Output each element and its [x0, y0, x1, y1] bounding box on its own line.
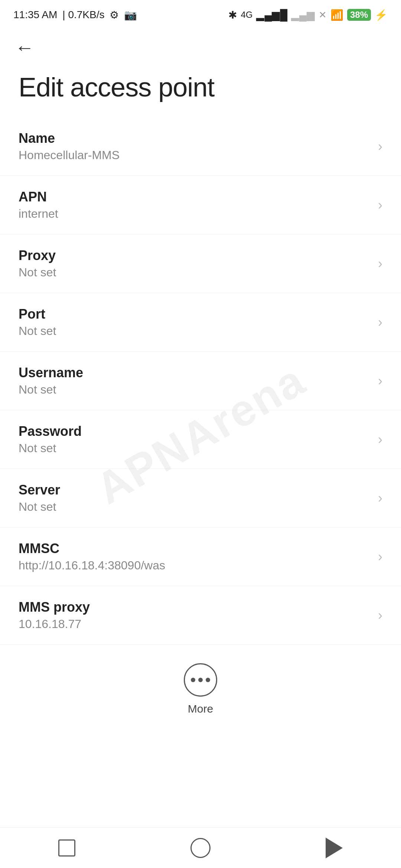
- chevron-right-icon: ›: [378, 549, 382, 565]
- settings-item-name[interactable]: Name Homecellular-MMS ›: [0, 117, 401, 176]
- settings-item-value-3: Not set: [19, 324, 371, 338]
- settings-item-content: Port Not set: [19, 306, 371, 338]
- settings-item-value-4: Not set: [19, 383, 371, 397]
- dot-3: [206, 678, 210, 682]
- settings-item-label-1: APN: [19, 189, 371, 205]
- speed-display: | 0.7KB/s: [62, 9, 104, 21]
- chevron-right-icon: ›: [378, 139, 382, 154]
- status-right: ✱ 4G ▂▄▆█ ▂▄▆ ✕ 📶 38% ⚡: [228, 9, 388, 21]
- settings-item-content: APN internet: [19, 189, 371, 221]
- settings-item-label-5: Password: [19, 424, 371, 439]
- settings-item-apn[interactable]: APN internet ›: [0, 176, 401, 234]
- recent-apps-icon: [58, 839, 75, 857]
- settings-item-mms-proxy[interactable]: MMS proxy 10.16.18.77 ›: [0, 586, 401, 645]
- settings-item-server[interactable]: Server Not set ›: [0, 469, 401, 527]
- back-area: ←: [0, 27, 401, 65]
- settings-item-value-5: Not set: [19, 441, 371, 455]
- settings-item-port[interactable]: Port Not set ›: [0, 293, 401, 352]
- back-nav-icon: [326, 838, 343, 858]
- signal-cross-icon: ✕: [319, 9, 327, 21]
- settings-item-value-8: 10.16.18.77: [19, 617, 371, 631]
- time-display: 11:35 AM: [13, 9, 57, 21]
- gear-icon: ⚙: [110, 9, 119, 21]
- signal-bars-icon: ▂▄▆█: [256, 9, 287, 21]
- chevron-right-icon: ›: [378, 315, 382, 330]
- more-area: More: [0, 645, 401, 730]
- settings-item-content: MMS proxy 10.16.18.77: [19, 599, 371, 631]
- more-label: More: [188, 703, 213, 715]
- more-button[interactable]: More: [169, 660, 232, 719]
- settings-item-label-8: MMS proxy: [19, 599, 371, 615]
- settings-item-label-2: Proxy: [19, 248, 371, 263]
- chevron-right-icon: ›: [378, 197, 382, 213]
- bolt-icon: ⚡: [375, 9, 388, 21]
- settings-item-label-3: Port: [19, 306, 371, 322]
- more-dots-icon: [191, 678, 210, 682]
- bluetooth-icon: ✱: [228, 9, 237, 21]
- settings-item-content: Password Not set: [19, 424, 371, 455]
- settings-item-value-0: Homecellular-MMS: [19, 148, 371, 162]
- settings-list: Name Homecellular-MMS › APN internet › P…: [0, 117, 401, 645]
- settings-item-content: Name Homecellular-MMS: [19, 131, 371, 162]
- chevron-right-icon: ›: [378, 490, 382, 506]
- dot-1: [191, 678, 195, 682]
- settings-item-value-7: http://10.16.18.4:38090/was: [19, 559, 371, 572]
- settings-item-label-0: Name: [19, 131, 371, 146]
- settings-item-content: Server Not set: [19, 482, 371, 514]
- status-bar: 11:35 AM | 0.7KB/s ⚙ 📷 ✱ 4G ▂▄▆█ ▂▄▆ ✕ 📶…: [0, 0, 401, 27]
- battery-icon: 38%: [347, 9, 371, 21]
- settings-item-value-6: Not set: [19, 500, 371, 514]
- settings-item-proxy[interactable]: Proxy Not set ›: [0, 234, 401, 293]
- settings-item-content: Username Not set: [19, 365, 371, 397]
- chevron-right-icon: ›: [378, 256, 382, 272]
- signal-4g-icon: 4G: [241, 10, 252, 20]
- recent-apps-button[interactable]: [45, 833, 89, 863]
- back-nav-button[interactable]: [312, 833, 356, 863]
- settings-item-label-6: Server: [19, 482, 371, 498]
- home-icon: [190, 838, 211, 858]
- bottom-nav: [0, 827, 401, 868]
- settings-item-password[interactable]: Password Not set ›: [0, 410, 401, 469]
- settings-item-content: Proxy Not set: [19, 248, 371, 279]
- settings-item-label-4: Username: [19, 365, 371, 381]
- signal-bars2-icon: ▂▄▆: [291, 9, 315, 21]
- settings-item-value-2: Not set: [19, 266, 371, 279]
- settings-item-mmsc[interactable]: MMSC http://10.16.18.4:38090/was ›: [0, 527, 401, 586]
- settings-item-value-1: internet: [19, 207, 371, 221]
- page-title: Edit access point: [0, 65, 401, 117]
- status-left: 11:35 AM | 0.7KB/s ⚙ 📷: [13, 9, 137, 21]
- more-circle-icon: [184, 663, 217, 697]
- settings-item-username[interactable]: Username Not set ›: [0, 352, 401, 410]
- chevron-right-icon: ›: [378, 432, 382, 447]
- wifi-icon: 📶: [330, 9, 343, 21]
- home-button[interactable]: [178, 833, 223, 863]
- settings-item-label-7: MMSC: [19, 541, 371, 556]
- settings-item-content: MMSC http://10.16.18.4:38090/was: [19, 541, 371, 572]
- back-button[interactable]: ←: [15, 38, 34, 57]
- dot-2: [198, 678, 203, 682]
- chevron-right-icon: ›: [378, 373, 382, 389]
- chevron-right-icon: ›: [378, 608, 382, 623]
- camera-icon: 📷: [124, 9, 137, 21]
